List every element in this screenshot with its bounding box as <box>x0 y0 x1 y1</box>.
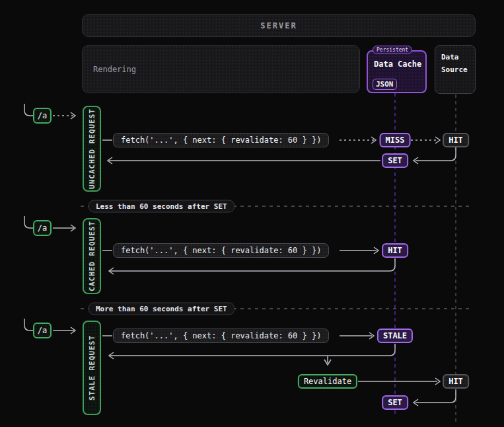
cached-request-bar: CACHED REQUEST <box>83 218 101 294</box>
fetch-code: fetch('...', { next: { revalidate: 60 } … <box>121 246 321 255</box>
arrow-hit-to-set <box>415 147 456 161</box>
separator-label-2: More than 60 seconds after SET <box>89 303 234 315</box>
revalidate-badge: Revalidate <box>298 374 357 389</box>
fetch-call-2: fetch('...', { next: { revalidate: 60 } … <box>113 243 329 258</box>
rendering-label: Rendering <box>93 65 136 74</box>
row3-route-connector <box>24 319 33 330</box>
revalidate-cache-diagram: SERVER Rendering Persistent Data Cache J… <box>0 0 504 427</box>
hit-label: HIT <box>388 246 402 255</box>
stale-request-label: STALE REQUEST <box>88 335 96 401</box>
set-label: SET <box>388 398 402 407</box>
uncached-request-label: UNCACHED REQUEST <box>88 108 96 189</box>
separator-label-1: Less than 60 seconds after SET <box>89 200 234 213</box>
row2-route-connector <box>24 216 33 228</box>
uncached-request-bar: UNCACHED REQUEST <box>83 106 101 192</box>
separator-text: Less than 60 seconds after SET <box>96 202 227 211</box>
hit-label: HIT <box>449 377 463 386</box>
arrow-stale-to-bar <box>109 344 395 356</box>
hit-badge-source-1: HIT <box>443 133 469 147</box>
arrow-hit-to-set-2 <box>415 389 456 403</box>
route-label: /a <box>38 223 47 233</box>
set-label: SET <box>388 156 402 165</box>
rendering-box: Rendering <box>82 45 360 93</box>
json-badge: JSON <box>373 79 397 90</box>
set-badge-1: SET <box>382 153 408 168</box>
route-badge-stale: /a <box>33 323 52 338</box>
hit-badge-source-2: HIT <box>443 374 469 389</box>
fetch-code: fetch('...', { next: { revalidate: 60 } … <box>121 136 321 145</box>
data-cache-title: Data Cache <box>374 59 421 69</box>
route-badge-cached: /a <box>33 220 52 236</box>
fetch-code: fetch('...', { next: { revalidate: 60 } … <box>121 331 321 340</box>
route-badge-uncached: /a <box>33 108 52 124</box>
stale-badge: STALE <box>377 329 413 343</box>
data-cache-box: Persistent Data Cache JSON <box>367 50 427 93</box>
cached-request-label: CACHED REQUEST <box>88 221 96 291</box>
miss-label: MISS <box>386 136 405 145</box>
data-source-label-line2: Source <box>441 63 475 76</box>
data-source-box: Data Source <box>435 45 476 94</box>
hit-label: HIT <box>449 136 463 145</box>
server-title: SERVER <box>260 21 297 30</box>
data-source-label-line1: Data <box>441 51 475 63</box>
stale-label: STALE <box>383 331 407 340</box>
persistent-badge: Persistent <box>373 46 412 54</box>
hit-badge-cache: HIT <box>382 243 408 258</box>
revalidate-label: Revalidate <box>304 377 351 386</box>
set-badge-2: SET <box>382 395 408 410</box>
separator-text: More than 60 seconds after SET <box>96 305 227 313</box>
fetch-call-3: fetch('...', { next: { revalidate: 60 } … <box>113 329 329 343</box>
arrowhead <box>435 137 440 143</box>
miss-badge: MISS <box>380 133 411 147</box>
stale-request-bar: STALE REQUEST <box>83 321 101 415</box>
route-label: /a <box>38 111 47 120</box>
server-box: SERVER <box>82 14 476 37</box>
row1-route-connector <box>24 104 33 116</box>
arrow-hit-to-bar <box>109 258 395 271</box>
route-label: /a <box>38 326 47 335</box>
fetch-call-1: fetch('...', { next: { revalidate: 60 } … <box>113 133 329 147</box>
